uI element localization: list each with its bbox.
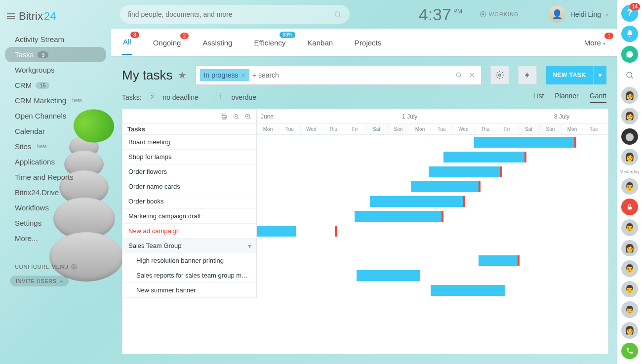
overdue-count[interactable]: 1: [215, 93, 227, 101]
tab-assisting[interactable]: Assisting: [201, 39, 233, 47]
task-row[interactable]: Shop for lamps: [122, 150, 256, 164]
yesterday-label: Yesterday: [620, 169, 640, 174]
sidebar-item-sites[interactable]: Sitesbeta: [0, 139, 111, 154]
gear-icon: [495, 71, 504, 80]
phone-button[interactable]: [621, 343, 638, 360]
view-planner[interactable]: Planner: [555, 92, 578, 103]
task-row[interactable]: Order books: [122, 194, 256, 209]
tab-ongoing[interactable]: Ongoing2: [152, 39, 182, 47]
task-row[interactable]: New summer banner: [122, 283, 256, 298]
gantt-bar[interactable]: [431, 285, 505, 296]
sidebar-item-crm-marketing[interactable]: CRM Marketingbeta: [0, 93, 111, 108]
settings-button[interactable]: [490, 66, 509, 84]
sidebar-item-more-[interactable]: More...: [0, 231, 111, 246]
chevron-down-icon[interactable]: ▾: [248, 242, 251, 250]
contact-avatar[interactable]: 👩: [621, 322, 638, 339]
contact-avatar[interactable]: 👩: [621, 240, 638, 257]
sidebar-item-crm[interactable]: CRM15: [0, 78, 111, 93]
gantt-bar[interactable]: [443, 152, 526, 162]
invite-users-button[interactable]: INVITE USERS +: [10, 276, 69, 286]
working-status[interactable]: WORKING: [480, 11, 519, 17]
automation-button[interactable]: [518, 66, 537, 84]
tab-more[interactable]: More ▾1: [583, 39, 606, 47]
menu-hamburger-icon[interactable]: [7, 13, 15, 19]
task-row[interactable]: Sales reports for sales team group meeti…: [122, 268, 256, 283]
contact-avatar[interactable]: 👨: [621, 219, 638, 236]
svg-point-9: [627, 72, 632, 78]
sidebar-item-activity-stream[interactable]: Activity Stream: [0, 32, 111, 47]
sidebar-item-label: Open Channels: [15, 112, 66, 120]
rightbar-search[interactable]: [621, 67, 638, 83]
sidebar-item-open-channels[interactable]: Open Channels: [0, 108, 111, 123]
tab-kanban[interactable]: Kanban: [306, 39, 334, 47]
view-list[interactable]: List: [533, 92, 544, 103]
global-search[interactable]: [120, 5, 350, 24]
sidebar-item-tasks[interactable]: Tasks3: [5, 47, 106, 62]
contact-avatar[interactable]: ⬤: [621, 128, 638, 145]
task-row[interactable]: Order flowers: [122, 164, 256, 179]
zoom-in-icon[interactable]: [244, 113, 251, 120]
deadline-marker: [335, 226, 337, 237]
overdue-label[interactable]: overdue: [231, 93, 256, 101]
task-group-row[interactable]: Sales Team Group▾: [122, 239, 256, 253]
gantt-bar[interactable]: [355, 211, 443, 222]
user-menu[interactable]: 👤 Heidi Ling ▾: [549, 6, 608, 23]
user-name: Heidi Ling: [570, 10, 601, 18]
configure-menu-link[interactable]: CONFIGURE MENU: [0, 261, 111, 273]
task-row[interactable]: High resolution banner printing: [122, 253, 256, 268]
open-lines-button[interactable]: [621, 46, 638, 63]
sidebar-item-label: Activity Stream: [15, 35, 64, 43]
global-search-input[interactable]: [128, 10, 334, 18]
star-icon[interactable]: ★: [178, 69, 187, 81]
gantt-bar[interactable]: [474, 137, 576, 148]
search-icon[interactable]: [453, 72, 464, 79]
zoom-out-icon[interactable]: [233, 113, 240, 120]
summary-label: Tasks:: [122, 93, 142, 101]
notifications-button[interactable]: [621, 26, 638, 42]
contact-avatar[interactable]: 👩: [621, 108, 638, 124]
task-row[interactable]: Order name cards: [122, 179, 256, 194]
no-deadline-label[interactable]: no deadline: [162, 93, 198, 101]
new-task-dropdown[interactable]: ▾: [593, 66, 607, 84]
gantt-bar[interactable]: [479, 255, 520, 266]
sidebar-item-bitrix24-drive[interactable]: Bitrix24.Drive: [0, 185, 111, 200]
month-label: 8 July: [550, 109, 569, 124]
help-button[interactable]: ? 14: [621, 5, 638, 22]
sidebar-item-applications[interactable]: Applications: [0, 154, 111, 169]
filter-chip-in-progress[interactable]: In progress ×: [200, 69, 249, 81]
gantt-bar[interactable]: [370, 196, 466, 207]
gantt-bar[interactable]: [357, 270, 420, 281]
contact-avatar[interactable]: 👩: [621, 149, 638, 165]
contact-avatar[interactable]: 👨: [621, 281, 638, 298]
bar-end-marker: [463, 196, 465, 207]
sidebar-item-time-and-reports[interactable]: Time and Reports: [0, 169, 111, 185]
tab-all[interactable]: All3: [122, 38, 132, 55]
no-deadline-count[interactable]: 2: [147, 93, 158, 101]
gantt-bar[interactable]: [257, 226, 296, 237]
print-icon[interactable]: [221, 113, 228, 120]
task-row[interactable]: Board meeting: [122, 135, 256, 150]
lock-button[interactable]: [621, 199, 638, 215]
view-gantt[interactable]: Gantt: [590, 92, 606, 103]
contact-avatar[interactable]: 👨: [621, 178, 638, 195]
task-filter[interactable]: In progress × ✕: [196, 65, 482, 85]
contact-avatar[interactable]: 👩: [621, 87, 638, 104]
gantt-bar[interactable]: [429, 166, 503, 177]
day-header: Mon: [257, 124, 279, 134]
sidebar-item-calendar[interactable]: Calendar: [0, 123, 111, 139]
day-header: Tue: [431, 124, 452, 134]
gantt-bar[interactable]: [411, 181, 481, 192]
chip-close-icon[interactable]: ×: [241, 71, 245, 79]
tab-projects[interactable]: Projects: [354, 39, 382, 47]
tab-efficiency[interactable]: Efficiency89%: [253, 39, 286, 47]
sidebar-item-settings[interactable]: Settings: [0, 215, 111, 231]
clear-filter-icon[interactable]: ✕: [467, 71, 477, 79]
contact-avatar[interactable]: 👨: [621, 260, 638, 277]
task-row[interactable]: Marketing campaign draft: [122, 209, 256, 224]
new-task-button[interactable]: NEW TASK ▾: [546, 66, 606, 84]
sidebar-item-workflows[interactable]: Workflows: [0, 200, 111, 215]
contact-avatar[interactable]: 👨: [621, 301, 638, 318]
sidebar-item-workgroups[interactable]: Workgroups: [0, 62, 111, 78]
task-row[interactable]: New ad campaign: [122, 224, 256, 239]
filter-search-input[interactable]: [252, 71, 451, 79]
